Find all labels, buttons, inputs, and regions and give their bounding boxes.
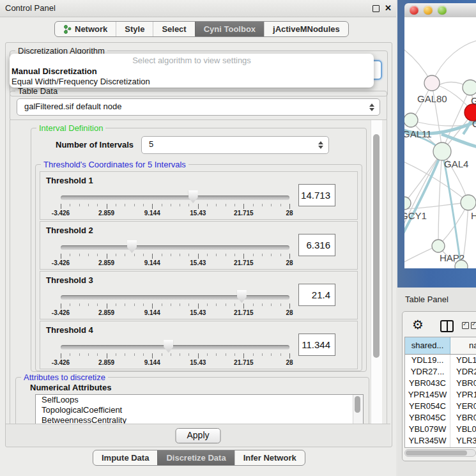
table-row[interactable]: YPR145WYPR1 xyxy=(405,389,476,401)
slider-tick xyxy=(107,353,107,358)
algorithm-option-manual[interactable]: Manual Discretization xyxy=(10,66,374,77)
panel-title: Control Panel xyxy=(5,0,56,17)
combo-stepper-icon xyxy=(369,104,374,111)
tab-jactivemnodules[interactable]: jActiveMNodules xyxy=(264,22,348,36)
network-node[interactable] xyxy=(424,75,440,91)
checkbox-icon[interactable] xyxy=(462,322,469,329)
network-node[interactable] xyxy=(404,197,411,210)
attribute-list-item[interactable]: TopologicalCoefficient xyxy=(36,405,363,415)
column-header-shared-name[interactable]: shared... xyxy=(405,337,450,354)
tab-network[interactable]: Network xyxy=(55,22,116,36)
algorithm-prompt-item[interactable]: Select algorithm to view settings xyxy=(10,54,374,66)
slider-tick xyxy=(280,303,281,306)
column-header-name[interactable]: na xyxy=(450,337,476,354)
table-panel: Table Panel ⚙ shared... na YDL19...YDL1Y… xyxy=(397,288,476,476)
slider-tick xyxy=(79,204,80,206)
cyni-toolbox-panel: Discretization Algorithm Select algorith… xyxy=(5,42,392,447)
slider-tick xyxy=(107,254,107,259)
zoom-traffic-light-icon[interactable] xyxy=(438,6,447,15)
tab-cyni-toolbox[interactable]: Cyni Toolbox xyxy=(195,22,264,36)
slider-tick xyxy=(271,204,272,206)
scrollbar-thumb[interactable] xyxy=(373,134,380,358)
network-icon xyxy=(63,25,72,34)
slider-tick xyxy=(253,254,254,256)
close-icon[interactable]: ✕ xyxy=(385,0,392,17)
tab-discretize-data[interactable]: Discretize Data xyxy=(157,450,234,465)
slider-tick-labels: -3.4262.8599.14415.4321.71528 xyxy=(61,210,289,217)
network-node[interactable] xyxy=(463,80,476,95)
node-attribute-table: shared... na YDL19...YDL1YDR27...YDR2YBR… xyxy=(404,337,476,448)
gear-icon[interactable]: ⚙ xyxy=(412,317,424,332)
threshold-4-slider-track[interactable] xyxy=(61,345,289,349)
numerical-attributes-list[interactable]: SelfLoopsTopologicalCoefficientBetweenne… xyxy=(35,394,364,426)
slider-tick xyxy=(88,353,89,356)
threshold-4-value-field[interactable]: 11.344 xyxy=(298,334,335,356)
slider-tick xyxy=(152,204,153,209)
slider-tick xyxy=(180,254,180,256)
table-row[interactable]: YDL19...YDL1 xyxy=(405,355,476,366)
attribute-list-item[interactable]: SelfLoops xyxy=(36,395,363,405)
threshold-4-row: Threshold 4 -3.4262.8599.14415.4321.7152… xyxy=(40,321,358,369)
network-node[interactable] xyxy=(433,142,451,160)
threshold-2-slider-track[interactable] xyxy=(61,245,289,250)
threshold-3-slider-track[interactable] xyxy=(61,295,289,300)
slider-tick xyxy=(188,303,189,306)
table-body: YDL19...YDL1YDR27...YDR2YBR043CYBR0YPR14… xyxy=(405,355,476,448)
threshold-1-slider-thumb[interactable] xyxy=(188,190,198,203)
cell-shared-name: YBR043C xyxy=(405,378,450,389)
threshold-2-value-field[interactable]: 6.316 xyxy=(298,234,335,256)
slider-tick xyxy=(171,303,171,306)
tab-impute-data[interactable]: Impute Data xyxy=(93,450,157,465)
tab-style-label: Style xyxy=(125,22,144,36)
slider-tick-label: -3.426 xyxy=(52,359,70,366)
table-row[interactable]: YDR27...YDR2 xyxy=(405,366,476,378)
close-traffic-light-icon[interactable] xyxy=(410,6,418,15)
table-data-combobox[interactable]: galFiltered.sif default node xyxy=(17,98,380,116)
slider-tick xyxy=(171,353,171,356)
minimize-traffic-light-icon[interactable] xyxy=(424,6,433,15)
slider-tick xyxy=(116,204,116,206)
attributes-list-scrollbar[interactable] xyxy=(353,395,363,426)
tab-infer-network[interactable]: Infer Network xyxy=(234,450,305,465)
slider-tick xyxy=(243,254,244,259)
table-row[interactable]: YBL079WYBL0 xyxy=(405,424,476,435)
columns-icon[interactable] xyxy=(440,320,454,332)
table-row[interactable]: YBR045CYBR0 xyxy=(405,412,476,424)
table-row[interactable]: YLR345WYLR3 xyxy=(405,435,476,447)
slider-tick xyxy=(234,254,235,256)
threshold-1-slider-track[interactable] xyxy=(61,196,289,200)
float-window-icon[interactable] xyxy=(372,5,380,12)
algorithm-option-equal-width[interactable]: Equal Width/Frequency Discretization xyxy=(10,77,374,87)
network-node[interactable] xyxy=(404,113,418,127)
slider-tick-label: 21.715 xyxy=(234,359,254,366)
slider-tick xyxy=(289,353,290,358)
table-horizontal-scrollbar[interactable] xyxy=(404,449,476,457)
table-row[interactable]: YBR043CYBR0 xyxy=(405,378,476,389)
threshold-3-value-field[interactable]: 21.4 xyxy=(298,284,335,306)
scrollbar-thumb[interactable] xyxy=(355,396,360,413)
table-row[interactable]: YIL052CYIL0 xyxy=(405,447,476,448)
network-node[interactable] xyxy=(432,240,445,252)
tab-style[interactable]: Style xyxy=(116,22,153,36)
threshold-1-value-field[interactable]: 14.713 xyxy=(298,184,335,206)
cyni-bottom-tabbar: Impute Data Discretize Data Infer Networ… xyxy=(93,450,305,466)
tab-select[interactable]: Select xyxy=(153,22,194,36)
slider-tick xyxy=(289,254,290,259)
network-window-titlebar xyxy=(404,3,476,18)
slider-tick xyxy=(97,204,98,206)
slider-tick-label: 9.144 xyxy=(144,259,160,266)
network-canvas[interactable]: GAL80GACGAL11GAL4GCY1HHAP2 xyxy=(404,17,476,268)
slider-tick xyxy=(262,303,263,306)
threshold-2-slider-thumb[interactable] xyxy=(127,240,137,253)
slider-tick xyxy=(70,204,70,206)
scrollbar-thumb[interactable] xyxy=(406,450,467,456)
checkbox-icon[interactable] xyxy=(471,322,476,329)
number-of-intervals-combobox[interactable]: 5 xyxy=(141,136,329,154)
settings-vertical-scrollbar[interactable] xyxy=(371,120,382,425)
threshold-4-slider-thumb[interactable] xyxy=(164,340,173,353)
table-row[interactable]: YER054CYER0 xyxy=(405,401,476,412)
threshold-3-slider-thumb[interactable] xyxy=(237,290,247,303)
slider-tick-labels: -3.4262.8599.14415.4321.71528 xyxy=(61,259,289,267)
network-node[interactable] xyxy=(461,195,476,210)
apply-button[interactable]: Apply xyxy=(175,428,220,443)
